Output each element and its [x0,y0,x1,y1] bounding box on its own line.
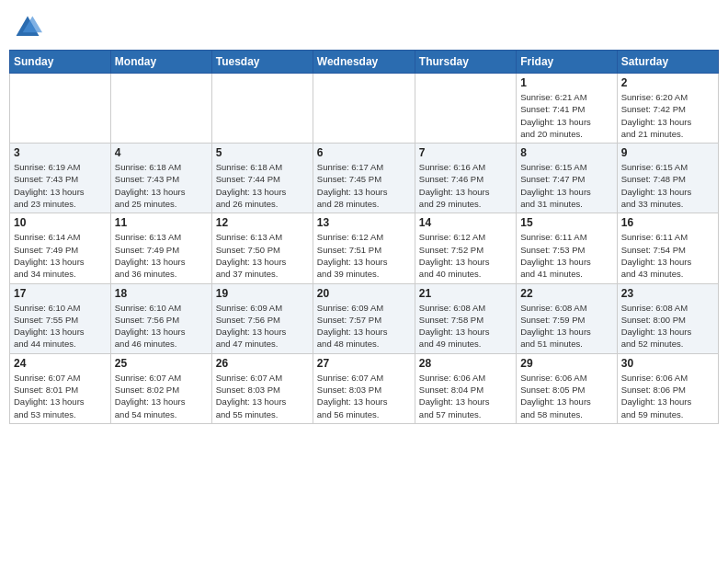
day-number: 30 [621,357,714,370]
day-number: 4 [115,146,208,159]
calendar-cell: 12Sunrise: 6:13 AM Sunset: 7:50 PM Dayli… [211,213,313,283]
day-number: 17 [14,287,107,300]
day-number: 19 [216,287,309,300]
day-number: 2 [621,76,714,89]
calendar-cell: 10Sunrise: 6:14 AM Sunset: 7:49 PM Dayli… [10,213,111,283]
calendar-cell: 3Sunrise: 6:19 AM Sunset: 7:43 PM Daylig… [10,144,111,213]
calendar-table: SundayMondayTuesdayWednesdayThursdayFrid… [9,50,719,424]
day-number: 11 [115,216,208,229]
day-info: Sunrise: 6:09 AM Sunset: 7:56 PM Dayligh… [216,302,309,350]
day-number: 1 [520,76,612,89]
day-info: Sunrise: 6:07 AM Sunset: 8:01 PM Dayligh… [14,372,107,420]
day-number: 24 [14,357,107,370]
calendar-cell [10,74,111,144]
calendar-cell: 1Sunrise: 6:21 AM Sunset: 7:41 PM Daylig… [517,74,617,144]
day-info: Sunrise: 6:11 AM Sunset: 7:54 PM Dayligh… [621,231,714,280]
day-number: 12 [216,216,309,229]
day-info: Sunrise: 6:15 AM Sunset: 7:47 PM Dayligh… [520,161,612,210]
day-info: Sunrise: 6:18 AM Sunset: 7:44 PM Dayligh… [216,161,309,210]
day-info: Sunrise: 6:15 AM Sunset: 7:48 PM Dayligh… [621,161,714,210]
day-number: 15 [520,216,612,229]
calendar-week-4: 17Sunrise: 6:10 AM Sunset: 7:55 PM Dayli… [10,283,719,353]
day-info: Sunrise: 6:11 AM Sunset: 7:53 PM Dayligh… [520,231,612,280]
day-number: 20 [317,287,411,300]
calendar-cell: 29Sunrise: 6:06 AM Sunset: 8:05 PM Dayli… [517,353,617,423]
calendar-week-3: 10Sunrise: 6:14 AM Sunset: 7:49 PM Dayli… [10,213,719,283]
day-number: 13 [317,216,411,229]
calendar-cell: 24Sunrise: 6:07 AM Sunset: 8:01 PM Dayli… [10,353,111,423]
logo-icon [13,13,42,42]
day-number: 16 [621,216,714,229]
calendar-cell: 25Sunrise: 6:07 AM Sunset: 8:02 PM Dayli… [110,353,211,423]
day-info: Sunrise: 6:10 AM Sunset: 7:55 PM Dayligh… [14,302,107,350]
day-info: Sunrise: 6:20 AM Sunset: 7:42 PM Dayligh… [621,91,714,140]
day-info: Sunrise: 6:07 AM Sunset: 8:03 PM Dayligh… [317,372,411,420]
day-number: 23 [621,287,714,300]
calendar-cell: 23Sunrise: 6:08 AM Sunset: 8:00 PM Dayli… [617,283,718,353]
page-header [9,9,719,42]
day-number: 8 [520,146,612,159]
calendar-week-1: 1Sunrise: 6:21 AM Sunset: 7:41 PM Daylig… [10,74,719,144]
calendar-cell [211,74,313,144]
day-info: Sunrise: 6:13 AM Sunset: 7:50 PM Dayligh… [216,231,309,280]
day-info: Sunrise: 6:10 AM Sunset: 7:56 PM Dayligh… [115,302,208,350]
calendar-cell [415,74,516,144]
day-info: Sunrise: 6:09 AM Sunset: 7:57 PM Dayligh… [317,302,411,350]
calendar-cell: 26Sunrise: 6:07 AM Sunset: 8:03 PM Dayli… [211,353,313,423]
day-info: Sunrise: 6:12 AM Sunset: 7:51 PM Dayligh… [317,231,411,280]
calendar-cell: 5Sunrise: 6:18 AM Sunset: 7:44 PM Daylig… [211,144,313,213]
day-info: Sunrise: 6:08 AM Sunset: 8:00 PM Dayligh… [621,302,714,350]
calendar-cell: 20Sunrise: 6:09 AM Sunset: 7:57 PM Dayli… [313,283,415,353]
calendar-cell: 2Sunrise: 6:20 AM Sunset: 7:42 PM Daylig… [617,74,718,144]
day-number: 5 [216,146,309,159]
calendar-cell: 7Sunrise: 6:16 AM Sunset: 7:46 PM Daylig… [415,144,516,213]
day-number: 27 [317,357,411,370]
weekday-header-tuesday: Tuesday [211,51,313,74]
calendar-cell: 11Sunrise: 6:13 AM Sunset: 7:49 PM Dayli… [110,213,211,283]
calendar-cell: 19Sunrise: 6:09 AM Sunset: 7:56 PM Dayli… [211,283,313,353]
weekday-header-friday: Friday [517,51,617,74]
day-number: 22 [520,287,612,300]
day-info: Sunrise: 6:06 AM Sunset: 8:04 PM Dayligh… [419,372,512,420]
calendar-cell: 22Sunrise: 6:08 AM Sunset: 7:59 PM Dayli… [517,283,617,353]
day-number: 10 [14,216,107,229]
calendar-cell: 21Sunrise: 6:08 AM Sunset: 7:58 PM Dayli… [415,283,516,353]
weekday-header-row: SundayMondayTuesdayWednesdayThursdayFrid… [10,51,719,74]
day-number: 25 [115,357,208,370]
day-info: Sunrise: 6:17 AM Sunset: 7:45 PM Dayligh… [317,161,411,210]
calendar-cell: 28Sunrise: 6:06 AM Sunset: 8:04 PM Dayli… [415,353,516,423]
weekday-header-wednesday: Wednesday [313,51,415,74]
calendar-cell: 14Sunrise: 6:12 AM Sunset: 7:52 PM Dayli… [415,213,516,283]
day-info: Sunrise: 6:06 AM Sunset: 8:06 PM Dayligh… [621,372,714,420]
calendar-cell: 9Sunrise: 6:15 AM Sunset: 7:48 PM Daylig… [617,144,718,213]
calendar-cell: 30Sunrise: 6:06 AM Sunset: 8:06 PM Dayli… [617,353,718,423]
weekday-header-thursday: Thursday [415,51,516,74]
day-number: 6 [317,146,411,159]
day-number: 21 [419,287,512,300]
day-info: Sunrise: 6:06 AM Sunset: 8:05 PM Dayligh… [520,372,612,420]
calendar-cell: 18Sunrise: 6:10 AM Sunset: 7:56 PM Dayli… [110,283,211,353]
calendar-header: SundayMondayTuesdayWednesdayThursdayFrid… [10,51,719,74]
day-info: Sunrise: 6:08 AM Sunset: 7:58 PM Dayligh… [419,302,512,350]
calendar-cell [110,74,211,144]
day-number: 26 [216,357,309,370]
calendar-week-2: 3Sunrise: 6:19 AM Sunset: 7:43 PM Daylig… [10,144,719,213]
calendar-cell: 15Sunrise: 6:11 AM Sunset: 7:53 PM Dayli… [517,213,617,283]
day-number: 18 [115,287,208,300]
calendar-cell: 6Sunrise: 6:17 AM Sunset: 7:45 PM Daylig… [313,144,415,213]
weekday-header-monday: Monday [110,51,211,74]
day-number: 28 [419,357,512,370]
day-info: Sunrise: 6:13 AM Sunset: 7:49 PM Dayligh… [115,231,208,280]
calendar-week-5: 24Sunrise: 6:07 AM Sunset: 8:01 PM Dayli… [10,353,719,423]
calendar-cell: 16Sunrise: 6:11 AM Sunset: 7:54 PM Dayli… [617,213,718,283]
day-info: Sunrise: 6:07 AM Sunset: 8:02 PM Dayligh… [115,372,208,420]
weekday-header-saturday: Saturday [617,51,718,74]
calendar-cell: 17Sunrise: 6:10 AM Sunset: 7:55 PM Dayli… [10,283,111,353]
weekday-header-sunday: Sunday [10,51,111,74]
day-info: Sunrise: 6:07 AM Sunset: 8:03 PM Dayligh… [216,372,309,420]
day-info: Sunrise: 6:08 AM Sunset: 7:59 PM Dayligh… [520,302,612,350]
calendar-cell [313,74,415,144]
logo [13,13,46,42]
day-info: Sunrise: 6:14 AM Sunset: 7:49 PM Dayligh… [14,231,107,280]
day-info: Sunrise: 6:21 AM Sunset: 7:41 PM Dayligh… [520,91,612,140]
